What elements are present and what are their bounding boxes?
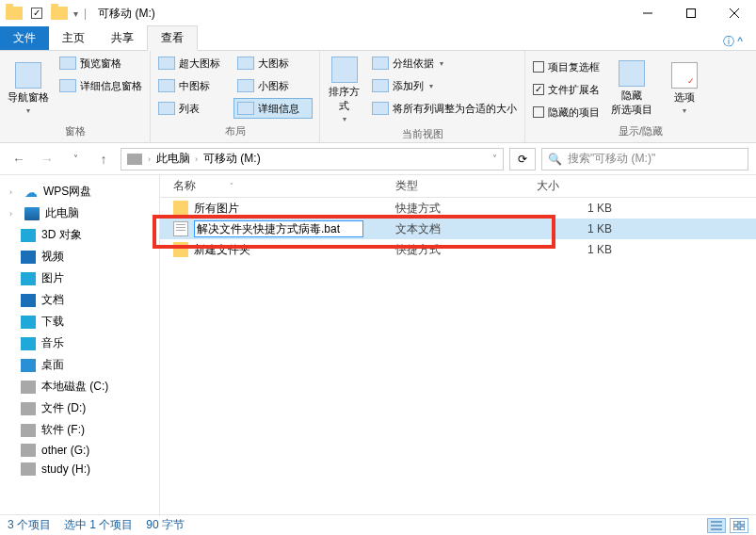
tab-view[interactable]: 查看 — [147, 25, 198, 51]
hide-selected-button[interactable]: 隐藏 所选项目 — [607, 53, 656, 124]
address-dropdown-icon[interactable]: ˅ — [492, 154, 497, 164]
sidebar-item[interactable]: other (G:) — [0, 441, 159, 460]
address-bar-row: ← → ˅ ↑ › 此电脑› 可移动 (M:) ˅ ⟳ 🔍 搜索"可移动 (M:… — [0, 143, 756, 175]
minimize-button[interactable] — [626, 0, 669, 26]
chevron-down-icon: ▾ — [683, 106, 686, 115]
crumb-sep-icon: › — [148, 154, 151, 164]
forward-button[interactable]: → — [36, 148, 58, 170]
desk-icon — [21, 359, 36, 372]
cloud-icon: ☁ — [24, 185, 38, 200]
file-row[interactable]: 所有图片快捷方式1 KB — [160, 198, 756, 219]
sidebar-item[interactable]: 视频 — [0, 246, 159, 268]
chevron-down-icon: ▾ — [343, 115, 346, 123]
sidebar-item[interactable]: 音乐 — [0, 332, 159, 354]
layout-small[interactable]: 小图标 — [233, 75, 313, 96]
group-label: 显示/隐藏 — [529, 124, 752, 140]
doc-icon — [21, 294, 36, 307]
sidebar-item-label: 文档 — [41, 292, 64, 308]
sidebar-item[interactable]: ›此电脑 — [0, 203, 159, 224]
options-button[interactable]: ✓ 选项 ▾ — [660, 53, 709, 124]
svg-rect-9 — [733, 527, 738, 530]
recent-locations-button[interactable]: ˅ — [64, 148, 87, 170]
sidebar-item[interactable]: 下载 — [0, 311, 159, 332]
rename-input[interactable] — [194, 220, 363, 237]
cell-name — [160, 220, 395, 237]
qat-checkbox-icon[interactable]: ✓ — [28, 5, 45, 22]
layout-large[interactable]: 大图标 — [233, 53, 313, 73]
item-checkboxes-toggle[interactable]: 项目复选框 — [529, 57, 603, 77]
refresh-button[interactable]: ⟳ — [509, 148, 536, 170]
group-label: 当前视图 — [324, 127, 521, 143]
size-all-columns-button[interactable]: 将所有列调整为合适的大小 — [368, 98, 521, 119]
folder-icon — [6, 5, 23, 22]
nav-pane-icon — [15, 62, 41, 89]
add-columns-button[interactable]: 添加列▾ — [368, 75, 521, 96]
view-switcher — [707, 518, 748, 533]
file-icon — [173, 221, 188, 236]
file-list[interactable]: 所有图片快捷方式1 KB文本文档1 KB新建文件夹快捷方式1 KB — [160, 198, 756, 516]
file-row[interactable]: 文本文档1 KB — [160, 219, 756, 239]
status-bytes: 90 字节 — [146, 517, 185, 533]
thumbnails-view-button[interactable] — [730, 518, 748, 533]
cell-name: 新建文件夹 — [160, 242, 395, 258]
breadcrumb-drive[interactable]: 可移动 (M:) — [203, 151, 261, 167]
details-view-button[interactable] — [707, 518, 726, 533]
sidebar-item[interactable]: ›☁WPS网盘 — [0, 181, 159, 203]
sidebar-item-label: 图片 — [41, 270, 64, 286]
chevron-down-icon: ▾ — [26, 106, 30, 115]
file-extensions-toggle[interactable]: ✓文件扩展名 — [529, 79, 603, 100]
vid-icon — [21, 251, 36, 264]
svg-rect-7 — [733, 521, 738, 525]
cell-type: 快捷方式 — [395, 242, 537, 258]
sidebar-item[interactable]: 桌面 — [0, 354, 159, 376]
tab-file[interactable]: 文件 — [0, 26, 49, 50]
column-header-size[interactable]: 大小 — [537, 178, 631, 194]
column-header-name[interactable]: 名称˄ — [160, 178, 395, 194]
sidebar-item[interactable]: 图片 — [0, 268, 159, 289]
up-button[interactable]: ↑ — [92, 148, 115, 170]
dl-icon — [21, 316, 36, 329]
sidebar-item-label: 文件 (D:) — [41, 400, 86, 416]
preview-pane-button[interactable]: 预览窗格 — [56, 53, 146, 73]
ribbon-tabs: 文件 主页 共享 查看 ⓘ ^ — [0, 26, 756, 51]
column-header-type[interactable]: 类型 — [395, 178, 537, 194]
sidebar-item[interactable]: 文档 — [0, 289, 159, 311]
layout-list[interactable]: 列表 — [154, 98, 233, 119]
tab-home[interactable]: 主页 — [49, 26, 98, 50]
sidebar-item[interactable]: 软件 (F:) — [0, 419, 159, 441]
file-row[interactable]: 新建文件夹快捷方式1 KB — [160, 239, 756, 260]
details-pane-button[interactable]: 详细信息窗格 — [56, 75, 146, 96]
close-button[interactable] — [713, 0, 756, 26]
group-by-button[interactable]: 分组依据▾ — [368, 53, 521, 73]
svg-rect-10 — [740, 527, 745, 530]
addcol-icon — [372, 79, 389, 92]
back-button[interactable]: ← — [8, 148, 30, 170]
hide-icon — [619, 60, 645, 87]
breadcrumb-this-pc[interactable]: 此电脑› — [156, 151, 198, 167]
sidebar-item-label: other (G:) — [41, 444, 89, 457]
sidebar-item[interactable]: 3D 对象 — [0, 224, 159, 246]
details-view-icon — [711, 521, 722, 530]
maximize-button[interactable] — [669, 0, 713, 26]
sidebar-item-label: 3D 对象 — [41, 227, 82, 243]
3d-icon — [21, 229, 36, 242]
search-box[interactable]: 🔍 搜索"可移动 (M:)" — [541, 148, 748, 170]
layout-extra-large[interactable]: 超大图标 — [154, 53, 233, 73]
sidebar-item[interactable]: 文件 (D:) — [0, 397, 159, 419]
navigation-pane-button[interactable]: 导航窗格 ▾ — [4, 53, 52, 124]
minimize-icon — [643, 8, 652, 18]
ribbon-help-icon[interactable]: ⓘ ^ — [710, 34, 756, 50]
navigation-sidebar[interactable]: ›☁WPS网盘›此电脑3D 对象视频图片文档下载音乐桌面本地磁盘 (C:)文件 … — [0, 175, 160, 516]
qat-dropdown-icon[interactable]: ▾ — [73, 8, 78, 19]
sidebar-item[interactable]: study (H:) — [0, 460, 159, 478]
hidden-items-toggle[interactable]: 隐藏的项目 — [529, 102, 603, 122]
layout-details[interactable]: 详细信息 — [233, 98, 313, 119]
address-bar[interactable]: › 此电脑› 可移动 (M:) ˅ — [121, 148, 504, 170]
title-bar: ✓ ▾ | 可移动 (M:) — [0, 0, 756, 26]
layout-medium[interactable]: 中图标 — [154, 75, 233, 96]
tab-share[interactable]: 共享 — [98, 26, 147, 50]
sidebar-item[interactable]: 本地磁盘 (C:) — [0, 376, 159, 397]
search-placeholder: 搜索"可移动 (M:)" — [568, 151, 655, 167]
fitcol-icon — [372, 102, 389, 115]
sort-by-button[interactable]: 排序方式 ▾ — [324, 53, 364, 127]
